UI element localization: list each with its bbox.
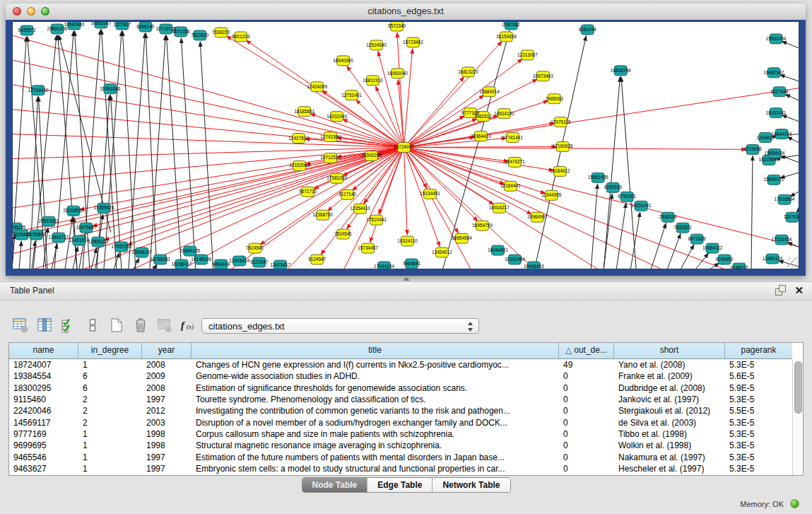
graph-edge (404, 88, 799, 148)
tab-network-table[interactable]: Network Table (433, 478, 510, 492)
create-new-table-button[interactable] (106, 315, 127, 335)
splitter-collapse-handle[interactable] (403, 277, 410, 281)
cell-short: Nakamura et al. (1997) (614, 452, 725, 462)
tab-node-table[interactable]: Node Table (302, 478, 367, 492)
graph-edge (80, 147, 404, 209)
cell-year: 1997 (142, 452, 192, 462)
graph-node-label: 10236417 (171, 262, 192, 267)
cell-pagerank: 5.6E-5 (725, 371, 792, 381)
select-columns-button[interactable] (58, 315, 79, 335)
delete-table-button[interactable] (130, 315, 151, 335)
table-row[interactable]: 1938455462009Genome-wide association stu… (9, 370, 792, 382)
cell-short: Wolkin et al. (1998) (614, 440, 725, 450)
graph-node-label: 16648784 (611, 68, 631, 73)
graph-node-label: 2087662 (502, 22, 521, 27)
graph-node-label: 10973493 (533, 74, 553, 78)
graph-edge (780, 75, 799, 81)
table-row[interactable]: 2242004622012Investigating the contribut… (9, 405, 792, 416)
graph-edge (404, 77, 464, 148)
graph-node-label: 15692071 (764, 177, 784, 182)
graph-node-label: 12152062 (289, 163, 310, 168)
table-row[interactable]: 946554611997Estimation of the future num… (9, 451, 792, 462)
cell-in_degree: 2 (78, 418, 142, 428)
memory-status-indicator[interactable] (790, 499, 799, 508)
network-graph-canvas[interactable]: 1872400715723402125245401694090012424009… (12, 21, 799, 269)
cell-out_de: 49 (559, 360, 614, 370)
graph-node-label: 16154838 (496, 34, 517, 39)
column-header-title[interactable]: title (192, 343, 559, 358)
graph-node-label: 12416414 (229, 258, 249, 263)
graph-node-label: 20053346 (100, 86, 120, 91)
graph-node-label: 16157441 (766, 110, 787, 115)
cell-title: Estimation of the future numbers of pati… (192, 452, 559, 462)
cell-in_degree: 2 (78, 406, 142, 416)
graph-node-label: 16961040 (387, 71, 408, 76)
graph-node-label: 9245012 (730, 265, 748, 269)
column-header-name[interactable]: name (9, 343, 78, 358)
tab-edge-table[interactable]: Edge Table (367, 478, 433, 492)
graph-node-label: 6466140 (136, 24, 155, 29)
close-panel-icon[interactable]: ✕ (794, 285, 804, 296)
graph-node-label: 1327607 (113, 22, 131, 27)
table-selector-dropdown[interactable]: citations_edges.txt (201, 318, 479, 334)
graph-node-label: 15951404 (766, 36, 787, 41)
toggle-column-visibility-button[interactable] (34, 315, 55, 335)
column-header-year[interactable]: year (142, 343, 192, 358)
graph-edge (166, 35, 181, 269)
table-row[interactable]: 946362711997Embryonic stem cells: a mode… (9, 463, 792, 474)
cell-name: 18300295 (9, 383, 78, 393)
cell-pagerank: 5.3E-5 (725, 464, 792, 474)
graph-node-label: 17016504 (775, 197, 795, 201)
graph-node-label: 20691406 (47, 26, 68, 31)
column-header-out_de[interactable]: △out_de... (559, 343, 614, 358)
cell-out_de: 0 (559, 383, 614, 393)
scrollbar-thumb[interactable] (794, 361, 802, 414)
cell-short: Dudbridge et al. (2008) (614, 383, 725, 393)
table-row[interactable]: 1830029562008Estimation of significance … (9, 382, 792, 394)
graph-node-label: 14644104 (772, 132, 792, 136)
graph-node-label: 15734457 (358, 245, 378, 250)
graph-node-label: 10653267 (90, 21, 111, 25)
graph-node-label: 15723402 (403, 40, 423, 45)
row-height-button[interactable] (82, 315, 103, 335)
cell-in_degree: 6 (78, 383, 142, 393)
column-header-in_degree[interactable]: in_degree (78, 343, 142, 358)
graph-edge (246, 40, 404, 147)
table-row[interactable]: 1456911722003Disruption of a novel membe… (9, 416, 792, 428)
function-builder-button[interactable]: f(x) (178, 315, 199, 335)
float-panel-icon[interactable] (775, 285, 786, 296)
cell-pagerank: 5.3E-5 (725, 440, 792, 450)
cell-in_degree: 1 (78, 440, 142, 450)
svg-text:(x): (x) (187, 323, 194, 330)
table-row[interactable]: 969969511998Structural magnetic resonanc… (9, 440, 792, 451)
graph-node-label: 8181044 (579, 27, 597, 32)
network-window-titlebar[interactable]: citations_edges.txt (6, 4, 806, 21)
graph-node-label: 10474271 (505, 159, 525, 164)
graph-node-label: 17103454 (772, 237, 792, 242)
graph-node-label: 15954104 (765, 151, 785, 156)
graph-node-label: 10446416 (524, 264, 544, 269)
graph-edge (404, 95, 484, 148)
graph-node-label: 11156809 (26, 232, 46, 237)
dropdown-stepper-icon (467, 321, 473, 335)
graph-node-label: 11544905 (541, 192, 562, 197)
table-row[interactable]: 911546021997Tourette syndrome. Phenomeno… (9, 394, 792, 405)
graph-node-label: 10958107 (131, 250, 152, 255)
column-header-short[interactable]: short (614, 343, 725, 358)
column-header-pagerank[interactable]: pagerank (725, 343, 792, 358)
graph-node-label: 10151441 (631, 203, 652, 208)
graph-node-label: 17381050 (326, 175, 347, 180)
graph-edge (200, 42, 213, 269)
table-row[interactable]: 977716911998Corpus callosum shape and si… (9, 428, 792, 440)
resize-grip-icon[interactable] (787, 257, 799, 269)
graph-node-label: 16811910 (363, 78, 383, 83)
table-header-row: namein_degreeyeartitle△out_de...shortpag… (9, 343, 792, 359)
cell-title: Changes of HCN gene expression and I(f) … (192, 360, 559, 370)
table-vertical-scrollbar[interactable] (792, 359, 803, 475)
graph-node-label: 9245652 (715, 257, 734, 262)
import-table-button[interactable] (154, 315, 175, 335)
graph-edge (129, 33, 145, 269)
node-table-options-button[interactable] (10, 315, 31, 335)
table-row[interactable]: 1872400712008Changes of HCN gene express… (9, 359, 792, 370)
graph-node-label: 12424009 (307, 84, 327, 89)
